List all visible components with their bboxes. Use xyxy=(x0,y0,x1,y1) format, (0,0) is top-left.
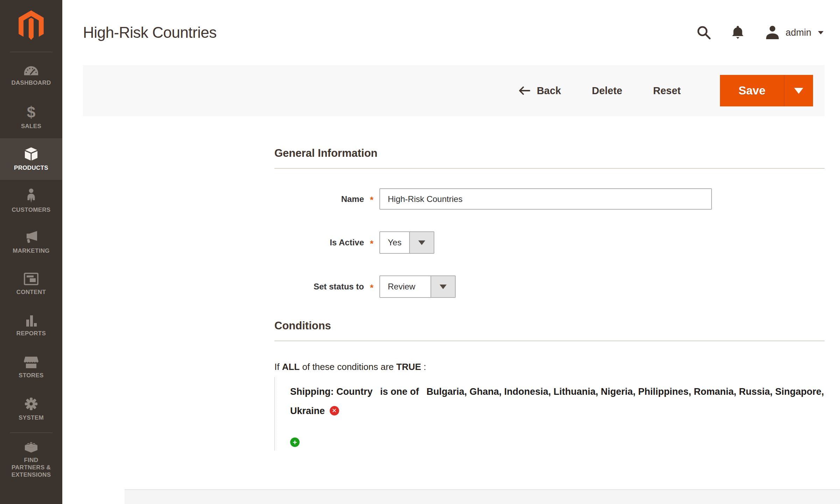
name-label: Name xyxy=(274,194,364,204)
set-status-select[interactable]: Review xyxy=(379,275,456,298)
sidebar-item-customers[interactable]: CUSTOMERS xyxy=(0,180,62,222)
save-split-button: Save xyxy=(720,75,813,106)
sidebar-divider xyxy=(10,52,52,52)
chevron-down-icon xyxy=(818,31,824,34)
is-active-label: Is Active xyxy=(274,238,364,247)
section-divider xyxy=(274,168,825,169)
condition-attribute[interactable]: Shipping: Country xyxy=(290,386,372,397)
main-area: High-Risk Countries xyxy=(62,0,840,504)
condition-rule-row: Shipping: Country is one of Bulgaria, Gh… xyxy=(290,382,825,421)
is-active-select[interactable]: Yes xyxy=(379,231,434,254)
is-active-value: Yes xyxy=(380,232,409,253)
name-field-row: Name * xyxy=(274,188,825,210)
condition-operator[interactable]: is one of xyxy=(380,386,419,397)
magento-logo[interactable] xyxy=(0,0,62,49)
set-status-label: Set status to xyxy=(274,282,364,292)
aggregator-true-link[interactable]: TRUE xyxy=(396,362,421,372)
name-input[interactable] xyxy=(379,188,712,210)
section-divider xyxy=(274,341,825,341)
remove-condition-icon[interactable]: ✕ xyxy=(330,406,339,415)
select-arrow xyxy=(409,232,434,253)
magento-admin-page: DASHBOARD $ SALES PRODUCTS xyxy=(0,0,840,504)
required-asterisk: * xyxy=(364,236,379,249)
set-status-value: Review xyxy=(380,276,430,297)
notification-bell-icon[interactable] xyxy=(731,25,745,40)
save-button[interactable]: Save xyxy=(720,75,784,106)
aggregator-all-link[interactable]: ALL xyxy=(282,362,300,372)
chevron-down-icon xyxy=(418,240,425,245)
sidebar-item-label: CONTENT xyxy=(14,288,48,296)
sidebar-item-products[interactable]: PRODUCTS xyxy=(0,138,62,180)
sidebar-item-label: STORES xyxy=(16,372,46,379)
sidebar-item-label: CUSTOMERS xyxy=(9,206,52,214)
conditions-fieldset: Shipping: Country is one of Bulgaria, Gh… xyxy=(274,377,825,450)
sidebar: DASHBOARD $ SALES PRODUCTS xyxy=(0,0,62,504)
search-icon[interactable] xyxy=(696,25,711,40)
save-options-toggle[interactable] xyxy=(784,75,813,106)
sidebar-item-sales[interactable]: $ SALES xyxy=(0,97,62,138)
sidebar-item-label: DASHBOARD xyxy=(9,79,53,86)
is-active-field-row: Is Active * Yes xyxy=(274,231,825,254)
dollar-icon: $ xyxy=(27,105,35,119)
layout-icon xyxy=(24,273,38,285)
megaphone-icon xyxy=(24,231,38,244)
package-box-icon xyxy=(24,147,38,161)
brick-icon xyxy=(23,439,39,453)
conditions-heading: Conditions xyxy=(274,320,825,332)
person-icon xyxy=(25,188,37,203)
sidebar-item-label: PRODUCTS xyxy=(12,164,50,172)
sidebar-item-reports[interactable]: REPORTS xyxy=(0,305,62,346)
sidebar-item-system[interactable]: SYSTEM xyxy=(0,388,62,430)
sidebar-item-dashboard[interactable]: DASHBOARD xyxy=(0,55,62,97)
magento-logo-icon xyxy=(16,10,47,44)
header-actions: admin xyxy=(696,25,825,40)
back-button[interactable]: Back xyxy=(518,85,561,97)
conditions-aggregator-line: If ALL of these conditions are TRUE : xyxy=(274,362,825,372)
back-arrow-icon xyxy=(518,85,531,96)
reset-button[interactable]: Reset xyxy=(653,85,681,97)
set-status-field-row: Set status to * Review xyxy=(274,275,825,298)
sidebar-item-marketing[interactable]: MARKETING xyxy=(0,222,62,263)
page-title: High-Risk Countries xyxy=(83,24,217,41)
chevron-down-icon xyxy=(440,285,447,289)
required-asterisk: * xyxy=(364,192,379,205)
chevron-down-icon xyxy=(794,88,803,94)
add-condition-row: + xyxy=(290,438,825,447)
dashboard-gauge-icon xyxy=(23,65,39,76)
admin-username: admin xyxy=(785,27,811,38)
conditions-section: Conditions If ALL of these conditions ar… xyxy=(274,320,825,450)
sidebar-item-label: REPORTS xyxy=(14,330,48,337)
sidebar-item-find-partners[interactable]: FIND PARTNERS & EXTENSIONS xyxy=(0,436,62,482)
add-condition-icon[interactable]: + xyxy=(290,438,300,447)
general-information-heading: General Information xyxy=(274,147,825,160)
avatar-icon xyxy=(764,25,780,40)
storefront-icon xyxy=(23,356,39,369)
admin-menu[interactable]: admin xyxy=(764,25,825,40)
bar-chart-icon xyxy=(24,315,38,327)
select-arrow xyxy=(430,276,455,297)
sidebar-divider xyxy=(10,433,52,433)
form-content: General Information Name * Is Active * Y… xyxy=(62,116,840,450)
sidebar-item-stores[interactable]: STORES xyxy=(0,346,62,388)
page-footer xyxy=(125,489,840,504)
action-toolbar: Back Delete Reset Save xyxy=(83,65,825,116)
delete-button[interactable]: Delete xyxy=(592,85,622,97)
gear-icon xyxy=(24,397,38,411)
sidebar-item-content[interactable]: CONTENT xyxy=(0,263,62,305)
general-information-fields: Name * Is Active * Yes Set status to * xyxy=(274,188,825,298)
sidebar-item-label: FIND PARTNERS & EXTENSIONS xyxy=(5,456,57,478)
page-header: High-Risk Countries xyxy=(62,0,840,65)
sidebar-item-label: MARKETING xyxy=(10,247,52,254)
required-asterisk: * xyxy=(364,280,379,293)
sidebar-item-label: SYSTEM xyxy=(16,414,46,421)
sidebar-item-label: SALES xyxy=(19,122,43,130)
